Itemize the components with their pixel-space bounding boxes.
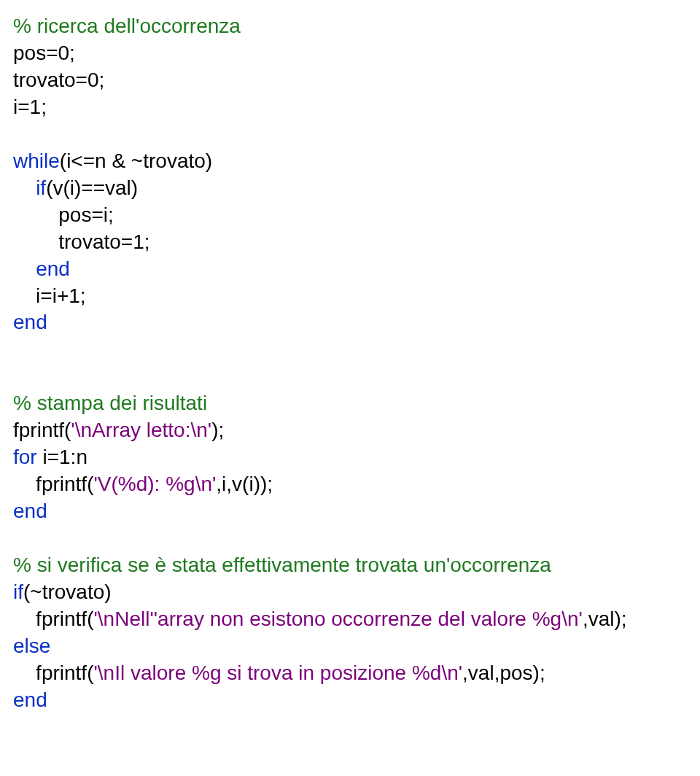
code-fragment (13, 176, 36, 199)
code-fragment: end (13, 688, 47, 711)
code-line (13, 363, 685, 390)
code-fragment: else (13, 635, 50, 657)
code-line: if(v(i)==val) (13, 175, 685, 202)
code-fragment: fprintf( (13, 419, 71, 441)
code-fragment: end (13, 311, 47, 333)
code-fragment: fprintf( (13, 661, 93, 684)
code-line: fprintf('\nArray letto:\n'); (13, 417, 685, 444)
code-line: if(~trovato) (13, 579, 685, 606)
code-line: fprintf('V(%d): %g\n',i,v(i)); (13, 471, 685, 498)
code-fragment: trovato=0; (13, 69, 104, 91)
code-line: end (13, 687, 685, 714)
code-line: fprintf('\nNell''array non esistono occo… (13, 606, 685, 633)
code-line: i=i+1; (13, 283, 685, 310)
code-line: pos=i; (13, 202, 685, 229)
code-line (13, 336, 685, 363)
code-fragment: (~trovato) (23, 581, 112, 603)
code-line: pos=0; (13, 40, 685, 67)
code-line (13, 525, 685, 552)
code-fragment (13, 257, 36, 280)
code-line (13, 121, 685, 148)
code-fragment: '\nIl valore %g si trova in posizione %d… (93, 661, 462, 684)
code-fragment: i=i+1; (13, 284, 86, 307)
code-fragment: while (13, 150, 60, 172)
code-fragment: if (36, 176, 46, 199)
code-line: % si verifica se è stata effettivamente … (13, 552, 685, 579)
code-line: end (13, 309, 685, 336)
code-line: end (13, 498, 685, 525)
code-fragment: % stampa dei risultati (13, 392, 207, 414)
code-line: while(i<=n & ~trovato) (13, 148, 685, 175)
code-fragment: '\nNell''array non esistono occorrenze d… (93, 608, 582, 630)
code-fragment: (i<=n & ~trovato) (60, 150, 212, 172)
code-fragment: ,val,pos); (462, 661, 545, 684)
code-fragment: if (13, 581, 23, 603)
code-line: % stampa dei risultati (13, 390, 685, 417)
code-fragment: fprintf( (13, 608, 93, 630)
code-fragment: ,i,v(i)); (216, 473, 273, 495)
code-line: for i=1:n (13, 444, 685, 471)
code-line: trovato=0; (13, 67, 685, 94)
code-line: end (13, 256, 685, 283)
code-fragment: end (13, 500, 47, 522)
code-line: else (13, 633, 685, 660)
code-fragment: end (36, 257, 70, 280)
code-fragment: 'V(%d): %g\n' (93, 473, 216, 495)
code-block: % ricerca dell'occorrenzapos=0;trovato=0… (0, 0, 700, 732)
code-line: % ricerca dell'occorrenza (13, 13, 685, 40)
code-fragment: ); (211, 419, 224, 441)
code-line: i=1; (13, 94, 685, 121)
code-line: fprintf('\nIl valore %g si trova in posi… (13, 660, 685, 687)
code-fragment: pos=0; (13, 42, 75, 64)
code-fragment: (v(i)==val) (46, 176, 138, 199)
code-fragment: fprintf( (13, 473, 93, 495)
code-fragment: for (13, 446, 37, 468)
code-fragment: % si verifica se è stata effettivamente … (13, 554, 551, 576)
code-fragment: i=1:n (37, 446, 88, 468)
code-fragment: '\nArray letto:\n' (71, 419, 211, 441)
code-fragment: % ricerca dell'occorrenza (13, 15, 241, 37)
code-fragment: ,val); (583, 608, 627, 630)
code-fragment: pos=i; (13, 203, 114, 226)
code-fragment: i=1; (13, 96, 47, 118)
code-line: trovato=1; (13, 229, 685, 256)
code-fragment: trovato=1; (13, 230, 150, 253)
